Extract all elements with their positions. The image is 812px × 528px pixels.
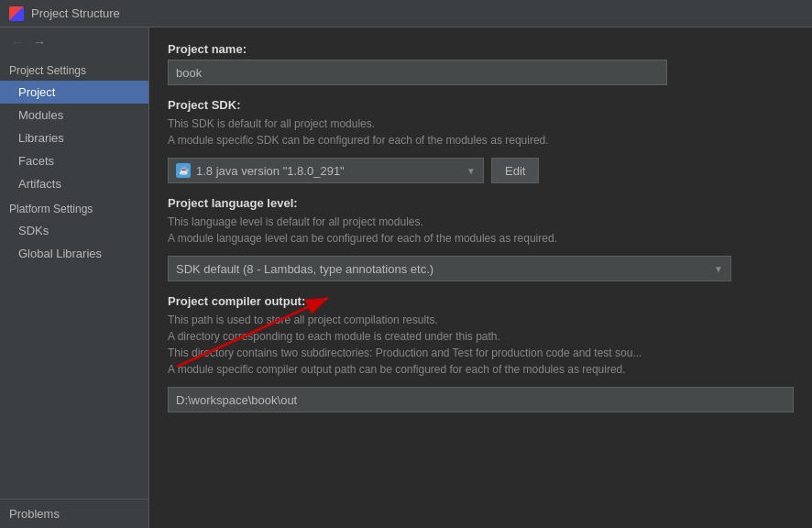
content-area: Project name: Project SDK: This SDK is d… [149, 28, 812, 528]
sdk-select[interactable]: ☕ 1.8 java version "1.8.0_291" ▼ [168, 158, 484, 183]
language-level-select[interactable]: SDK default (8 - Lambdas, type annotatio… [168, 256, 731, 281]
language-level-desc2: A module language level can be configure… [168, 232, 557, 245]
project-name-input[interactable] [168, 60, 667, 85]
sidebar-item-modules[interactable]: Modules [0, 104, 148, 126]
lang-dropdown-arrow: ▼ [714, 264, 723, 274]
sidebar-item-global-libraries[interactable]: Global Libraries [0, 242, 148, 265]
compiler-output-input[interactable] [168, 387, 794, 412]
edit-sdk-button[interactable]: Edit [491, 158, 539, 183]
project-sdk-desc1: This SDK is default for all project modu… [168, 117, 375, 130]
sidebar-item-artifacts[interactable]: Artifacts [0, 172, 148, 195]
compiler-output-desc1: This path is used to store all project c… [168, 314, 438, 326]
sdk-row: ☕ 1.8 java version "1.8.0_291" ▼ Edit [168, 158, 794, 183]
sidebar-item-libraries[interactable]: Libraries [0, 126, 148, 149]
sidebar-item-project[interactable]: Project [0, 81, 148, 104]
sidebar-item-facets[interactable]: Facets [0, 149, 148, 172]
project-sdk-label: Project SDK: [168, 98, 794, 112]
title-bar: Project Structure [0, 0, 812, 28]
sidebar-item-sdks[interactable]: SDKs [0, 219, 148, 242]
platform-settings-label: Platform Settings [0, 195, 148, 219]
sdk-dropdown-arrow: ▼ [466, 166, 476, 176]
compiler-output-desc4: A module specific compiler output path c… [168, 363, 626, 376]
language-level-value: SDK default (8 - Lambdas, type annotatio… [176, 262, 433, 276]
nav-row: ← → [0, 28, 148, 57]
project-name-label: Project name: [168, 42, 794, 56]
project-sdk-desc: This SDK is default for all project modu… [168, 116, 794, 148]
compiler-output-desc2: A directory corresponding to each module… [168, 330, 500, 343]
sdk-icon: ☕ [176, 163, 191, 178]
title-bar-text: Project Structure [31, 6, 120, 20]
sidebar-bottom: Problems [0, 499, 148, 528]
app-icon [9, 6, 24, 21]
language-level-label: Project language level: [168, 196, 794, 210]
language-level-desc: This language level is default for all p… [168, 214, 794, 247]
nav-forward-arrow[interactable]: → [31, 33, 48, 51]
nav-back-arrow[interactable]: ← [9, 33, 26, 51]
main-layout: ← → Project Settings Project Modules Lib… [0, 28, 812, 528]
language-level-desc1: This language level is default for all p… [168, 215, 423, 228]
sidebar-item-problems[interactable]: Problems [0, 500, 148, 528]
sdk-select-inner: ☕ 1.8 java version "1.8.0_291" [176, 163, 466, 178]
sdk-value: 1.8 java version "1.8.0_291" [196, 164, 345, 178]
project-settings-label: Project Settings [0, 57, 148, 81]
compiler-output-desc3: This directory contains two subdirectori… [168, 346, 642, 359]
compiler-output-desc: This path is used to store all project c… [168, 312, 794, 378]
compiler-output-label: Project compiler output: [168, 294, 794, 308]
sidebar: ← → Project Settings Project Modules Lib… [0, 28, 149, 528]
project-sdk-desc2: A module specific SDK can be configured … [168, 134, 549, 147]
